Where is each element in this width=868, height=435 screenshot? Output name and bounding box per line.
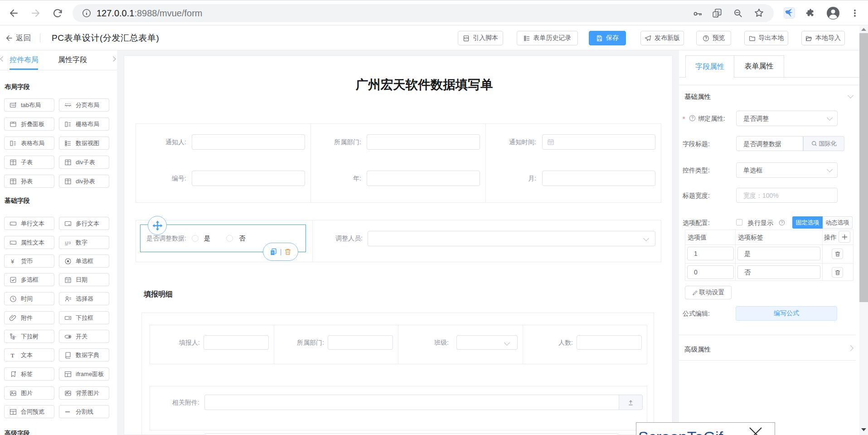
svg-text:文: 文 [714,12,718,17]
svg-text:TAB: TAB [11,104,15,107]
svg-text:¥: ¥ [10,258,15,265]
svg-text:123: 123 [65,241,71,245]
svg-text:T: T [11,352,15,359]
svg-text:15: 15 [67,279,69,282]
